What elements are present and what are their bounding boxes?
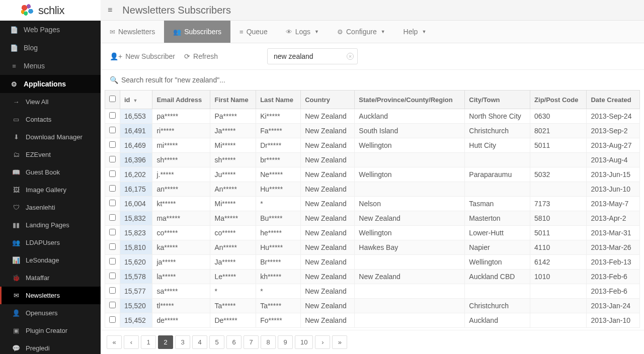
page-prev[interactable]: ‹	[124, 335, 139, 349]
table-row[interactable]: 16,396 sh***** sh***** br***** New Zeala…	[105, 153, 640, 167]
page-first[interactable]: «	[107, 335, 122, 349]
cell-country: New Zealand	[301, 284, 355, 299]
column-header-id[interactable]: id▼	[120, 91, 152, 109]
sidebar-item-pregledi[interactable]: 💬Pregledi	[0, 339, 101, 354]
sidebar-item-ldapusers[interactable]: 👥LDAPUsers	[0, 234, 101, 251]
cell-city: Lower-Hutt	[465, 226, 530, 240]
column-header-email-address[interactable]: Email Address	[152, 91, 210, 109]
page-8[interactable]: 8	[261, 335, 276, 349]
sidebar-item-download-manager[interactable]: ⬇Download Manager	[0, 128, 101, 146]
column-header-date-created[interactable]: Date Created	[587, 91, 640, 109]
hamburger-icon[interactable]: ≡	[108, 6, 112, 15]
tab-configure[interactable]: ⚙Configure▼	[328, 21, 394, 43]
tab-icon: 👥	[173, 28, 181, 36]
page-9[interactable]: 9	[278, 335, 293, 349]
table-row[interactable]: 15,452 de***** De***** Fo***** New Zeala…	[105, 313, 640, 328]
row-checkbox[interactable]	[109, 141, 116, 148]
sidebar-item-contacts[interactable]: ▭Contacts	[0, 111, 101, 128]
tab-logs[interactable]: 👁Logs▼	[277, 21, 328, 43]
row-checkbox[interactable]	[109, 170, 116, 177]
row-checkbox[interactable]	[109, 229, 116, 235]
sidebar-item-plugin-creator[interactable]: ▣Plugin Creator	[0, 322, 101, 339]
cell-id: 15,620	[120, 255, 152, 270]
page-5[interactable]: 5	[209, 335, 224, 349]
cell-state	[355, 182, 465, 197]
tab-queue[interactable]: ≡Queue	[230, 21, 277, 43]
row-checkbox[interactable]	[109, 112, 116, 119]
row-checkbox[interactable]	[109, 273, 116, 279]
row-checkbox[interactable]	[109, 302, 116, 308]
tab-help[interactable]: Help▼	[394, 21, 436, 43]
cell-email: ma*****	[152, 211, 210, 226]
cell-zip: 5032	[530, 167, 587, 182]
page-next[interactable]: ›	[315, 335, 330, 349]
page-6[interactable]: 6	[226, 335, 242, 349]
sidebar-item-lesondage[interactable]: 📊LeSondage	[0, 251, 101, 269]
cell-state: Wellington	[355, 138, 465, 153]
table-row[interactable]: 16,491 ri***** Ja***** Fa***** New Zeala…	[105, 124, 640, 138]
column-header-last-name[interactable]: Last Name	[256, 91, 301, 109]
sidebar-item-menus[interactable]: ≡Menus	[0, 57, 101, 75]
cell-email: de*****	[152, 313, 210, 328]
refresh-button[interactable]: ⟳ Refresh	[184, 52, 218, 60]
table-row[interactable]: 16,175 an***** An***** Hu***** New Zeala…	[105, 182, 640, 197]
table-row[interactable]: 15,520 tl***** Ta***** Ta***** New Zeala…	[105, 299, 640, 313]
page-10[interactable]: 10	[295, 335, 313, 349]
sidebar-item-image-gallery[interactable]: 🖼Image Gallery	[0, 181, 101, 199]
page-2[interactable]: 2	[158, 335, 173, 349]
sidebar-item-landing-pages[interactable]: ▮▮Landing Pages	[0, 216, 101, 234]
table-row[interactable]: 15,823 co***** co***** he***** New Zeala…	[105, 226, 640, 240]
search-input[interactable]	[267, 48, 358, 64]
table-row[interactable]: 15,577 sa***** * * New Zealand 2013-Feb-…	[105, 284, 640, 299]
sidebar-icon: ▣	[12, 327, 21, 334]
cell-last-name: Dr*****	[256, 138, 301, 153]
column-header-city-town[interactable]: City/Town	[465, 91, 530, 109]
row-checkbox[interactable]	[109, 243, 116, 250]
table-row[interactable]: 16,004 kt***** Mi***** * New Zealand Nel…	[105, 197, 640, 211]
sidebar-item-jasenlehti[interactable]: 🛡Jasenlehti	[0, 199, 101, 216]
table-row[interactable]: 16,553 pa***** Pa***** Ki***** New Zeala…	[105, 109, 640, 124]
table-row[interactable]: 16,469 mi***** Mi***** Dr***** New Zeala…	[105, 138, 640, 153]
page-4[interactable]: 4	[192, 335, 207, 349]
page-7[interactable]: 7	[244, 335, 259, 349]
cell-first-name: co*****	[210, 226, 256, 240]
new-subscriber-button[interactable]: 👤+ New Subscriber	[110, 52, 175, 60]
column-header-first-name[interactable]: First Name	[210, 91, 256, 109]
page-1[interactable]: 1	[141, 335, 156, 349]
select-all-checkbox[interactable]	[109, 96, 116, 102]
row-checkbox[interactable]	[109, 316, 116, 323]
sidebar-item-applications[interactable]: ⚙Applications	[0, 75, 101, 93]
table-row[interactable]: 16,202 j.***** Ju***** Ne***** New Zeala…	[105, 167, 640, 182]
sidebar-item-web-pages[interactable]: 📄Web Pages	[0, 21, 101, 39]
clear-search-icon[interactable]: ×	[347, 53, 354, 60]
row-checkbox[interactable]	[109, 287, 116, 294]
sidebar-item-mataffar[interactable]: 🐞Mataffar	[0, 269, 101, 287]
sidebar-item-newsletters[interactable]: ✉Newsletters	[0, 287, 101, 304]
table-row[interactable]: 15,832 ma***** Ma***** Bu***** New Zeala…	[105, 211, 640, 226]
tab-subscribers[interactable]: 👥Subscribers	[164, 21, 230, 43]
sidebar-item-ezevent[interactable]: 🗂EZEvent	[0, 146, 101, 163]
row-checkbox[interactable]	[109, 185, 116, 192]
sidebar-icon: 🗂	[12, 151, 21, 158]
sidebar-item-view-all[interactable]: →View All	[0, 93, 101, 111]
row-checkbox[interactable]	[109, 127, 116, 133]
sidebar-item-openusers[interactable]: 👤Openusers	[0, 304, 101, 322]
table-row[interactable]: 15,578 la***** Le***** kh***** New Zeala…	[105, 270, 640, 284]
column-header-state-province-county-region[interactable]: State/Province/County/Region	[355, 91, 465, 109]
sidebar-item-blog[interactable]: 📄Blog	[0, 39, 101, 57]
table-row[interactable]: 15,620 ja***** Ja***** Br***** New Zeala…	[105, 255, 640, 270]
cell-country: New Zealand	[301, 182, 355, 197]
page-last[interactable]: »	[332, 335, 347, 349]
table-row[interactable]: 15,810 ka***** An***** Hu***** New Zeala…	[105, 240, 640, 255]
page-3[interactable]: 3	[175, 335, 190, 349]
cell-id: 16,491	[120, 124, 152, 138]
row-checkbox[interactable]	[109, 214, 116, 221]
sidebar-item-guest-book[interactable]: 📖Guest Book	[0, 163, 101, 181]
row-checkbox[interactable]	[109, 156, 116, 162]
tab-newsletters[interactable]: ✉Newsletters	[101, 21, 164, 43]
row-checkbox[interactable]	[109, 258, 116, 264]
cell-last-name: Hu*****	[256, 240, 301, 255]
column-header-zip-post-code[interactable]: Zip/Post Code	[530, 91, 587, 109]
row-checkbox[interactable]	[109, 200, 116, 206]
column-header-country[interactable]: Country	[301, 91, 355, 109]
